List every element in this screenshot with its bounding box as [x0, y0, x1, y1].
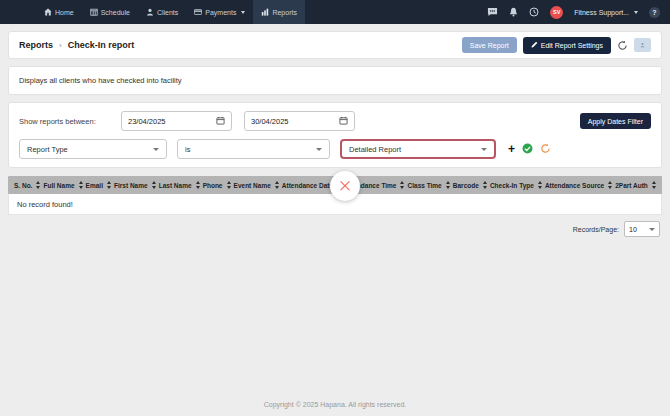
filters-card: Show reports between: 23/04/2025 30/04/2… — [8, 102, 662, 168]
sort-icon — [107, 181, 111, 189]
edit-report-settings-label: Edit Report Settings — [541, 42, 603, 49]
sort-icon — [152, 181, 156, 189]
breadcrumb-bar: Reports › Check-In report Save Report Ed… — [8, 31, 662, 59]
apply-dates-filter-button[interactable]: Apply Dates Filter — [580, 113, 651, 129]
nav-menu: Home Schedule Clients Payments Reports — [0, 0, 305, 24]
operator-select[interactable]: is — [177, 139, 330, 159]
column-header-email[interactable]: Email — [86, 181, 111, 189]
report-description: Displays all clients who have checked in… — [8, 66, 662, 95]
column-header-full-name[interactable]: Full Name — [43, 181, 82, 189]
calendar-icon — [216, 116, 225, 127]
column-header-s-no-[interactable]: S. No. — [14, 181, 40, 189]
column-label: Check-In Type — [490, 182, 534, 189]
sort-icon — [227, 181, 231, 189]
date-to-input[interactable]: 30/04/2025 — [244, 111, 355, 131]
user-menu[interactable]: Fitness Support... — [574, 9, 638, 16]
sort-icon — [275, 181, 279, 189]
column-label: Full Name — [43, 182, 74, 189]
operator-value: is — [185, 145, 190, 154]
hapana-loader-icon — [338, 179, 352, 193]
column-header-first-name[interactable]: First Name — [114, 181, 156, 189]
bar-chart-icon — [261, 8, 269, 16]
column-label: Last Name — [159, 182, 192, 189]
nav-item-home[interactable]: Home — [36, 0, 82, 24]
column-label: 2Part Auth — [615, 182, 648, 189]
nav-item-clients[interactable]: Clients — [138, 0, 186, 24]
date-to-value: 30/04/2025 — [251, 117, 289, 126]
nav-utilities: SV Fitness Support... ? — [487, 6, 670, 19]
column-header-barcode[interactable]: Barcode — [453, 181, 487, 189]
column-header-2part-auth[interactable]: 2Part Auth — [615, 181, 656, 189]
column-header-check-in-type[interactable]: Check-In Type — [490, 181, 542, 189]
nav-label: Home — [55, 9, 74, 16]
chevron-down-icon — [316, 148, 322, 151]
breadcrumb: Reports › Check-In report — [19, 40, 134, 50]
nav-label: Clients — [157, 9, 178, 16]
records-per-page-select[interactable]: 10 — [624, 221, 660, 237]
chevron-down-icon — [241, 11, 245, 14]
report-type-select[interactable]: Report Type — [19, 139, 167, 159]
avatar[interactable]: SV — [550, 6, 563, 19]
page-title: Check-In report — [68, 40, 135, 50]
bell-icon[interactable] — [509, 7, 518, 17]
date-from-input[interactable]: 23/04/2025 — [121, 111, 232, 131]
report-type-filter-row: Report Type is Detailed Report + — [19, 139, 651, 159]
nav-item-reports[interactable]: Reports — [253, 0, 305, 24]
chevron-down-icon — [649, 228, 655, 231]
add-filter-icon[interactable]: + — [508, 143, 515, 155]
top-navbar: Home Schedule Clients Payments Reports S… — [0, 0, 670, 24]
save-report-button[interactable]: Save Report — [462, 37, 517, 53]
column-header-last-name[interactable]: Last Name — [159, 181, 200, 189]
column-header-event-name[interactable]: Event Name — [234, 181, 279, 189]
sort-icon — [400, 181, 404, 189]
loading-spinner — [330, 171, 360, 201]
user-lock-button[interactable] — [634, 38, 651, 52]
sort-icon — [79, 181, 83, 189]
sort-icon — [538, 181, 542, 189]
nav-label: Reports — [272, 9, 297, 16]
clock-icon[interactable] — [529, 7, 539, 17]
chevron-down-icon — [634, 11, 638, 14]
copyright-footer: Copyright © 2025 Hapana. All rights rese… — [0, 401, 670, 408]
report-value-select[interactable]: Detailed Report — [340, 139, 496, 159]
nav-label: Schedule — [101, 9, 130, 16]
breadcrumb-separator: › — [59, 41, 62, 50]
column-label: Phone — [203, 182, 223, 189]
reset-refresh-icon[interactable] — [540, 140, 551, 158]
sort-icon — [36, 181, 40, 189]
column-label: Barcode — [453, 182, 479, 189]
date-from-value: 23/04/2025 — [128, 117, 166, 126]
column-header-attendance-source[interactable]: Attendance Source — [545, 181, 612, 189]
pencil-icon — [531, 41, 538, 49]
column-label: Class Time — [408, 182, 442, 189]
nav-item-schedule[interactable]: Schedule — [82, 0, 138, 24]
breadcrumb-parent[interactable]: Reports — [19, 40, 53, 50]
report-value: Detailed Report — [349, 145, 401, 154]
date-filter-row: Show reports between: 23/04/2025 30/04/2… — [19, 111, 651, 131]
edit-report-settings-button[interactable]: Edit Report Settings — [523, 37, 611, 54]
sort-icon — [196, 181, 200, 189]
chat-icon[interactable] — [487, 7, 498, 17]
calendar-icon — [339, 116, 348, 127]
refresh-icon[interactable] — [617, 40, 628, 51]
column-header-class-time[interactable]: Class Time — [408, 181, 450, 189]
report-type-value: Report Type — [27, 145, 68, 154]
column-header-phone[interactable]: Phone — [203, 181, 231, 189]
chevron-down-icon — [153, 148, 159, 151]
records-per-page-label: Records/Page: — [573, 226, 619, 233]
column-label: Attendance Source — [545, 182, 604, 189]
sort-icon — [446, 181, 450, 189]
apply-check-icon[interactable] — [522, 140, 533, 158]
sort-icon — [483, 181, 487, 189]
pagination-row: Records/Page: 10 — [10, 221, 660, 237]
help-icon[interactable]: ? — [649, 7, 660, 18]
nav-item-payments[interactable]: Payments — [186, 0, 253, 24]
sort-icon — [608, 181, 612, 189]
person-icon — [146, 8, 154, 16]
credit-card-icon — [194, 8, 202, 16]
column-label: First Name — [114, 182, 148, 189]
column-label: S. No. — [14, 182, 32, 189]
chevron-down-icon — [481, 148, 487, 151]
date-range-label: Show reports between: — [19, 117, 121, 126]
records-per-page-value: 10 — [629, 226, 637, 233]
